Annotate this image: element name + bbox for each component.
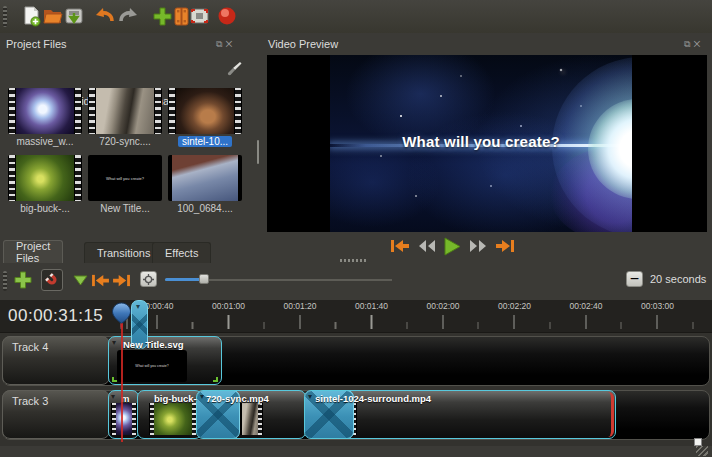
main-toolbar	[0, 0, 712, 33]
video-title-text: What will you create?	[330, 133, 632, 150]
fast-forward-button[interactable]	[469, 239, 488, 253]
video-frame: What will you create?	[330, 55, 632, 232]
clip-thumbnail	[239, 403, 263, 435]
clip-thumbnail: What will you create?	[117, 350, 187, 382]
clip-label: New Title.svg	[123, 339, 184, 350]
clip-big-buck[interactable]: big-buck-	[137, 390, 202, 439]
thumbnail-image	[16, 155, 74, 201]
zoom-slider-handle[interactable]	[199, 274, 209, 284]
ruler-mark: 00:02:20	[490, 301, 540, 311]
thumbnail-image	[96, 88, 154, 134]
close-panel-icon[interactable]: ✕	[225, 39, 235, 49]
file-label: 100_0684....	[168, 203, 242, 217]
play-button[interactable]	[443, 237, 462, 256]
file-thumbnail-100-0684[interactable]	[168, 155, 242, 201]
file-thumbnail-big-buck[interactable]	[8, 155, 82, 201]
export-video-icon[interactable]	[216, 5, 238, 27]
transition-menu-chevron-icon[interactable]: ▾	[136, 302, 140, 311]
splitter-handle[interactable]	[340, 259, 366, 262]
video-preview-canvas[interactable]: What will you create?	[267, 55, 707, 232]
project-files-title: Project Files	[6, 38, 67, 56]
project-files-panel: Project Files ⧉✕ Show All Video Audio Im…	[0, 33, 262, 263]
file-thumbnail-new-title[interactable]: What will you create?	[88, 155, 162, 201]
ruler-mark: 00:02:40	[561, 301, 611, 311]
file-thumbnail-massive[interactable]	[8, 88, 82, 134]
close-panel-icon[interactable]: ✕	[693, 39, 703, 49]
playhead-timecode: 00:00:31:15	[8, 306, 108, 326]
clip-thumbnail	[149, 403, 197, 435]
clip-label: sintel-1024-surround.mp4	[315, 393, 431, 404]
fullscreen-icon[interactable]	[188, 5, 210, 27]
track-4-label[interactable]: Track 4	[2, 336, 110, 385]
previous-marker-icon[interactable]	[90, 270, 110, 290]
file-label-selected: sintel-10...	[168, 136, 242, 150]
openshot-window: Project Files ⧉✕ Show All Video Audio Im…	[0, 0, 712, 457]
ruler-mark: 00:01:40	[347, 301, 397, 311]
file-thumbnail-720-sync[interactable]	[88, 88, 162, 134]
playhead-line	[121, 320, 123, 442]
zoom-slider-fill	[165, 278, 203, 281]
clip-720-sync[interactable]: 720-sync.mp4 ▾	[196, 390, 306, 439]
next-marker-icon[interactable]	[111, 270, 131, 290]
playhead-handle[interactable]	[111, 302, 132, 332]
project-files-scrollbar[interactable]	[257, 140, 259, 164]
clip-trim-handle-right[interactable]	[213, 377, 218, 382]
timeline-toolbar: − 20 seconds	[0, 263, 712, 300]
save-project-icon[interactable]	[63, 5, 85, 27]
file-label: massive_w...	[8, 136, 82, 150]
file-label: big-buck-...	[8, 203, 82, 217]
toolbar-drag-handle[interactable]	[3, 6, 7, 27]
file-label: 720-sync....	[88, 136, 162, 150]
ruler-mark: 00:03:00	[633, 301, 683, 311]
file-label: New Title...	[88, 203, 162, 217]
track-3-label[interactable]: Track 3	[2, 390, 110, 439]
open-project-icon[interactable]	[42, 5, 64, 27]
thumbnail-image	[176, 88, 234, 134]
timeline: 00:00:31:15 00:00:40 00:01:00 00:01:20 0…	[0, 300, 712, 446]
transition-menu-chevron-icon[interactable]: ▾	[308, 392, 312, 401]
clip-menu-chevron-icon[interactable]: ▾	[111, 392, 115, 401]
clip-sintel[interactable]: sintel-1024-surround.mp4 ▾	[304, 390, 616, 439]
clip-massive[interactable]: ▾ m	[108, 390, 139, 439]
ruler-minor-ticks	[110, 322, 712, 329]
add-track-icon[interactable]	[13, 270, 33, 290]
thumbnail-image	[172, 155, 238, 201]
file-thumbnail-sintel[interactable]	[168, 88, 242, 134]
jump-to-start-button[interactable]	[390, 238, 410, 254]
title-thumb-text: What will you create?	[106, 176, 144, 181]
panel-dock-icons[interactable]: ⧉✕	[216, 39, 235, 50]
redo-icon[interactable]	[117, 5, 139, 27]
clip-label: big-buck-	[154, 393, 197, 404]
tab-effects[interactable]: Effects	[152, 242, 211, 263]
clip-end-marker	[608, 392, 614, 437]
clip-label: 720-sync.mp4	[206, 393, 269, 404]
clip-new-title[interactable]: ▾ New Title.svg What will you create?	[108, 336, 222, 385]
center-on-playhead-button[interactable]	[140, 271, 157, 287]
razor-marker-icon[interactable]	[70, 270, 90, 290]
tab-project-files[interactable]: Project Files	[3, 240, 63, 263]
transition-menu-chevron-icon[interactable]: ▾	[200, 392, 204, 401]
undo-icon[interactable]	[93, 5, 115, 27]
new-project-icon[interactable]	[20, 5, 42, 27]
zoom-scale-label: 20 seconds	[650, 273, 706, 285]
thumbnail-image	[16, 88, 74, 134]
clear-filter-brush-icon[interactable]	[223, 58, 245, 80]
ruler-mark: 00:01:00	[204, 301, 254, 311]
snapping-toggle[interactable]	[41, 269, 63, 291]
panel-dock-icons[interactable]: ⧉✕	[684, 39, 703, 50]
window-resize-grip[interactable]	[696, 446, 708, 456]
rewind-button[interactable]	[417, 239, 436, 253]
ruler-mark: 00:01:20	[275, 301, 325, 311]
scrollbar-end-handle[interactable]	[694, 438, 702, 446]
clip-trim-handle-left[interactable]	[112, 377, 117, 382]
clip-thumbnail	[111, 403, 137, 435]
clip-menu-chevron-icon[interactable]: ▾	[112, 338, 116, 347]
transport-controls	[390, 236, 515, 256]
zoom-out-button[interactable]: −	[626, 271, 643, 287]
timeline-toolbar-handle[interactable]	[3, 271, 7, 291]
timeline-ruler[interactable]: 00:00:31:15 00:00:40 00:01:00 00:01:20 0…	[0, 300, 712, 333]
jump-to-end-button[interactable]	[495, 238, 515, 254]
ruler-labels: 00:00:40 00:01:00 00:01:20 00:01:40 00:0…	[110, 301, 712, 313]
stars	[400, 115, 402, 117]
video-preview-title: Video Preview	[268, 38, 338, 56]
